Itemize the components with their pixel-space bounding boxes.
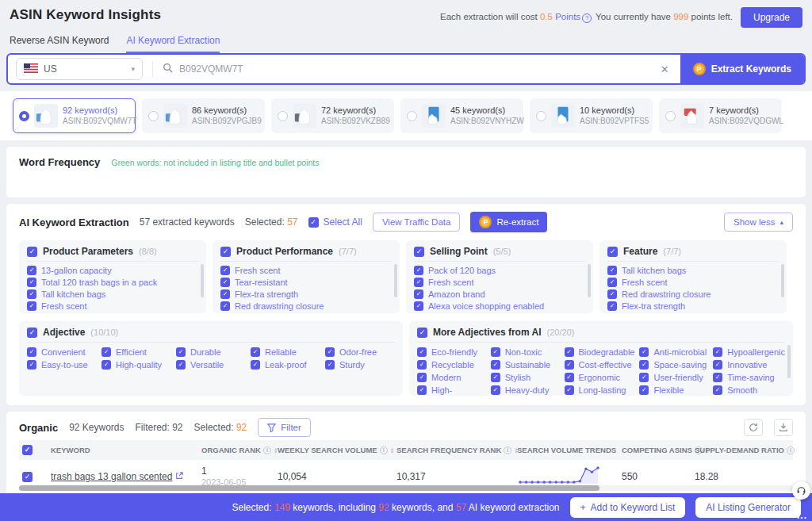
checkbox-checked-icon[interactable] xyxy=(414,266,423,275)
checkbox-checked-icon[interactable] xyxy=(417,360,427,370)
checkbox-checked-icon[interactable] xyxy=(251,360,260,370)
checkbox-checked-icon[interactable] xyxy=(220,289,230,299)
show-less-button[interactable]: Show less▴ xyxy=(724,213,793,232)
keyword-item[interactable]: Tall kitchen bags xyxy=(607,266,779,275)
keyword-item[interactable]: Total 120 trash bags in a pack xyxy=(27,278,198,287)
sort-icon[interactable]: ▲▼ xyxy=(390,447,394,454)
checkbox-checked-icon[interactable] xyxy=(607,266,617,275)
keyword-item[interactable]: Sturdy xyxy=(325,360,395,370)
checkbox-checked-icon[interactable] xyxy=(102,347,111,357)
column-header-keyword[interactable]: KEYWORD xyxy=(51,446,90,454)
keyword-item[interactable]: Flexible xyxy=(639,385,708,395)
scrollbar[interactable] xyxy=(201,264,204,297)
ai-listing-generator-button[interactable]: AI Listing Generator xyxy=(695,497,801,518)
support-headset-button[interactable] xyxy=(792,481,810,500)
keyword-item[interactable]: Reliable xyxy=(251,347,320,357)
view-traffic-data-button[interactable]: View Traffic Data xyxy=(373,213,461,232)
checkbox-checked-icon[interactable] xyxy=(27,289,36,299)
checkbox-checked-icon[interactable] xyxy=(176,360,186,370)
keyword-item[interactable]: Convenient xyxy=(27,347,97,357)
info-icon[interactable] xyxy=(263,446,271,454)
keyword-item[interactable]: Modern xyxy=(417,373,486,382)
filter-button[interactable]: Filter xyxy=(258,418,311,437)
add-to-keyword-list-button[interactable]: +Add to Keyword List xyxy=(570,497,686,518)
keyword-item[interactable]: Biodegradable xyxy=(565,347,635,357)
column-header-supply-demand-ratio[interactable]: SUPPLY-DEMAND RATIO xyxy=(695,446,795,454)
checkbox-checked-icon[interactable] xyxy=(308,217,319,228)
checkbox-checked-icon[interactable] xyxy=(607,247,618,257)
checkbox-checked-icon[interactable] xyxy=(491,373,500,382)
help-icon[interactable] xyxy=(582,13,592,23)
checkbox-checked-icon[interactable] xyxy=(565,347,574,357)
checkbox-checked-icon[interactable] xyxy=(607,301,617,311)
column-header-weekly-search-volume[interactable]: WEEKLY SEARCH VOLUME▲▼ xyxy=(278,446,394,454)
keyword-item[interactable]: Tall kitchen bags xyxy=(27,289,198,299)
keyword-item[interactable]: Fresh scent xyxy=(607,278,779,287)
checkbox-checked-icon[interactable] xyxy=(414,247,424,257)
keyword-item[interactable]: Anti-microbial xyxy=(639,347,708,357)
asin-card[interactable]: 10 keyword(s)ASIN:B092VPTFS5 xyxy=(530,98,653,133)
checkbox-checked-icon[interactable] xyxy=(102,360,111,370)
info-icon[interactable] xyxy=(504,446,511,454)
external-link-icon[interactable] xyxy=(175,472,183,480)
radio-icon[interactable] xyxy=(148,111,159,121)
keyword-item[interactable]: Stylish xyxy=(491,373,560,382)
more-options-ellipsis[interactable]: ... xyxy=(797,510,807,521)
checkbox-checked-icon[interactable] xyxy=(417,385,427,395)
keyword-item[interactable]: Pack of 120 bags xyxy=(414,266,585,275)
radio-icon[interactable] xyxy=(407,111,417,121)
keyword-item[interactable]: Red drawstring closure xyxy=(220,301,392,311)
keyword-item[interactable]: Space-saving xyxy=(639,360,708,370)
radio-icon[interactable] xyxy=(536,111,546,121)
keyword-item[interactable]: Non-toxic xyxy=(491,347,560,357)
checkbox-checked-icon[interactable] xyxy=(713,385,722,395)
keyword-item[interactable]: Red drawstring closure xyxy=(607,289,779,299)
keyword-item[interactable]: Fresh scent xyxy=(27,301,198,311)
column-header-search-frequency-rank[interactable]: SEARCH FREQUENCY RANK▲▼ xyxy=(396,446,519,454)
scrollbar[interactable] xyxy=(588,264,591,297)
keyword-item[interactable]: Durable xyxy=(176,347,246,357)
keyword-item[interactable]: Time-saving xyxy=(713,373,785,382)
asin-card[interactable]: 72 keyword(s)ASIN:B092VKZB89 xyxy=(271,98,394,133)
checkbox-checked-icon[interactable] xyxy=(417,347,427,357)
checkbox-checked-icon[interactable] xyxy=(565,360,574,370)
tab-ai-keyword-extraction[interactable]: AI Keyword Extraction xyxy=(126,35,220,53)
checkbox-checked-icon[interactable] xyxy=(220,301,230,311)
checkbox-checked-icon[interactable] xyxy=(491,347,500,357)
checkbox-checked-icon[interactable] xyxy=(491,385,500,395)
asin-card[interactable]: 45 keyword(s)ASIN:B092VNYHZW xyxy=(400,98,523,133)
checkbox-checked-icon[interactable] xyxy=(607,289,617,299)
checkbox-checked-icon[interactable] xyxy=(27,347,36,357)
checkbox-checked-icon[interactable] xyxy=(27,301,36,311)
keyword-item[interactable]: Innovative xyxy=(713,360,785,370)
scrollbar[interactable] xyxy=(787,345,791,378)
scrollbar[interactable] xyxy=(781,264,784,297)
checkbox-checked-icon[interactable] xyxy=(27,266,36,275)
checkbox-checked-icon[interactable] xyxy=(220,278,230,287)
checkbox-checked-icon[interactable] xyxy=(27,328,37,338)
checkbox-checked-icon[interactable] xyxy=(639,373,649,382)
checkbox-checked-icon[interactable] xyxy=(565,373,574,382)
info-icon[interactable] xyxy=(787,446,795,454)
checkbox-checked-icon[interactable] xyxy=(565,385,574,395)
checkbox-checked-icon[interactable] xyxy=(251,347,260,357)
checkbox-checked-icon[interactable] xyxy=(176,347,186,357)
checkbox-checked-icon[interactable] xyxy=(27,278,36,287)
keyword-item[interactable]: Leak-proof xyxy=(251,360,320,370)
keyword-item[interactable]: Recyclable xyxy=(417,360,486,370)
keyword-item[interactable]: High- xyxy=(417,385,486,395)
radio-icon[interactable] xyxy=(278,111,288,121)
checkbox-checked-icon[interactable] xyxy=(325,347,335,357)
extract-keywords-button[interactable]: Extract Keywords xyxy=(680,55,804,83)
checkbox-checked-icon[interactable] xyxy=(414,301,423,311)
keyword-item[interactable]: Heavy-duty xyxy=(491,385,560,395)
checkbox-checked-icon[interactable] xyxy=(491,360,500,370)
tab-reverse-asin-keyword[interactable]: Reverse ASIN Keyword xyxy=(10,35,109,53)
asin-card[interactable]: 86 keyword(s)ASIN:B092VPGJB9 xyxy=(142,98,265,133)
asin-card[interactable]: 92 keyword(s)ASIN:B092VQMW7T xyxy=(13,98,136,133)
checkbox-checked-icon[interactable] xyxy=(639,385,649,395)
keyword-item[interactable]: Versatile xyxy=(176,360,246,370)
keyword-item[interactable]: Amazon brand xyxy=(414,289,585,299)
keyword-item[interactable]: High-quality xyxy=(102,360,171,370)
keyword-item[interactable]: Fresh scent xyxy=(414,278,585,287)
